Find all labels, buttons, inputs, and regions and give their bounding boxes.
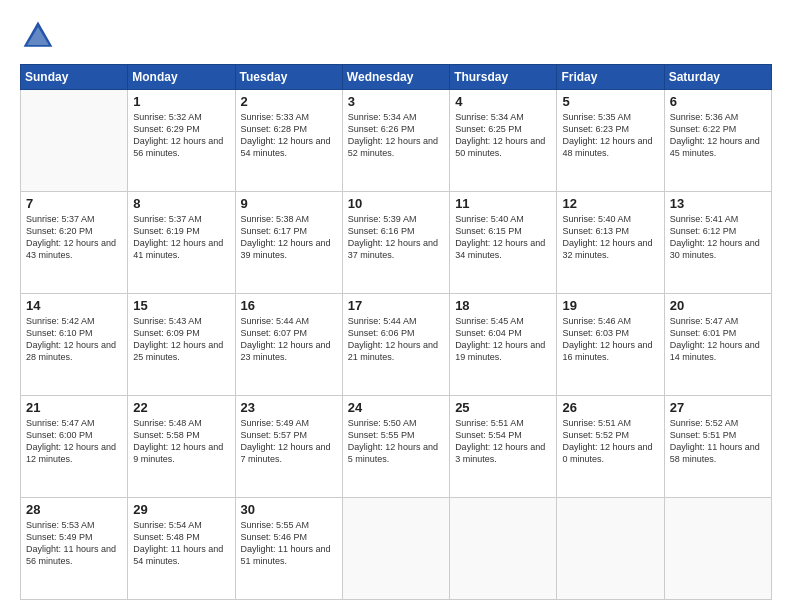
day-info: Sunrise: 5:47 AM Sunset: 6:01 PM Dayligh… [670, 315, 766, 364]
day-number: 18 [455, 298, 551, 313]
day-info: Sunrise: 5:46 AM Sunset: 6:03 PM Dayligh… [562, 315, 658, 364]
day-info: Sunrise: 5:39 AM Sunset: 6:16 PM Dayligh… [348, 213, 444, 262]
calendar-header-friday: Friday [557, 65, 664, 90]
calendar-cell: 5Sunrise: 5:35 AM Sunset: 6:23 PM Daylig… [557, 90, 664, 192]
day-info: Sunrise: 5:37 AM Sunset: 6:19 PM Dayligh… [133, 213, 229, 262]
day-info: Sunrise: 5:37 AM Sunset: 6:20 PM Dayligh… [26, 213, 122, 262]
calendar-cell: 22Sunrise: 5:48 AM Sunset: 5:58 PM Dayli… [128, 396, 235, 498]
calendar-cell: 19Sunrise: 5:46 AM Sunset: 6:03 PM Dayli… [557, 294, 664, 396]
day-info: Sunrise: 5:52 AM Sunset: 5:51 PM Dayligh… [670, 417, 766, 466]
calendar-cell: 3Sunrise: 5:34 AM Sunset: 6:26 PM Daylig… [342, 90, 449, 192]
day-info: Sunrise: 5:49 AM Sunset: 5:57 PM Dayligh… [241, 417, 337, 466]
day-number: 7 [26, 196, 122, 211]
calendar-cell: 26Sunrise: 5:51 AM Sunset: 5:52 PM Dayli… [557, 396, 664, 498]
day-number: 19 [562, 298, 658, 313]
calendar-cell: 29Sunrise: 5:54 AM Sunset: 5:48 PM Dayli… [128, 498, 235, 600]
calendar-header-saturday: Saturday [664, 65, 771, 90]
day-number: 27 [670, 400, 766, 415]
day-number: 28 [26, 502, 122, 517]
calendar-cell [557, 498, 664, 600]
day-info: Sunrise: 5:55 AM Sunset: 5:46 PM Dayligh… [241, 519, 337, 568]
calendar-cell: 25Sunrise: 5:51 AM Sunset: 5:54 PM Dayli… [450, 396, 557, 498]
day-number: 30 [241, 502, 337, 517]
day-number: 9 [241, 196, 337, 211]
calendar-cell [21, 90, 128, 192]
calendar-cell: 30Sunrise: 5:55 AM Sunset: 5:46 PM Dayli… [235, 498, 342, 600]
calendar-week-row: 21Sunrise: 5:47 AM Sunset: 6:00 PM Dayli… [21, 396, 772, 498]
calendar-cell: 21Sunrise: 5:47 AM Sunset: 6:00 PM Dayli… [21, 396, 128, 498]
calendar-cell: 2Sunrise: 5:33 AM Sunset: 6:28 PM Daylig… [235, 90, 342, 192]
day-info: Sunrise: 5:36 AM Sunset: 6:22 PM Dayligh… [670, 111, 766, 160]
calendar-cell: 28Sunrise: 5:53 AM Sunset: 5:49 PM Dayli… [21, 498, 128, 600]
day-number: 3 [348, 94, 444, 109]
day-number: 10 [348, 196, 444, 211]
calendar-week-row: 1Sunrise: 5:32 AM Sunset: 6:29 PM Daylig… [21, 90, 772, 192]
logo [20, 18, 62, 54]
logo-icon [20, 18, 56, 54]
day-number: 22 [133, 400, 229, 415]
day-info: Sunrise: 5:44 AM Sunset: 6:07 PM Dayligh… [241, 315, 337, 364]
calendar-cell: 12Sunrise: 5:40 AM Sunset: 6:13 PM Dayli… [557, 192, 664, 294]
day-number: 29 [133, 502, 229, 517]
day-info: Sunrise: 5:40 AM Sunset: 6:15 PM Dayligh… [455, 213, 551, 262]
day-info: Sunrise: 5:48 AM Sunset: 5:58 PM Dayligh… [133, 417, 229, 466]
day-info: Sunrise: 5:41 AM Sunset: 6:12 PM Dayligh… [670, 213, 766, 262]
day-number: 13 [670, 196, 766, 211]
day-info: Sunrise: 5:50 AM Sunset: 5:55 PM Dayligh… [348, 417, 444, 466]
calendar-header-row: SundayMondayTuesdayWednesdayThursdayFrid… [21, 65, 772, 90]
calendar-cell: 20Sunrise: 5:47 AM Sunset: 6:01 PM Dayli… [664, 294, 771, 396]
calendar-cell: 11Sunrise: 5:40 AM Sunset: 6:15 PM Dayli… [450, 192, 557, 294]
day-info: Sunrise: 5:35 AM Sunset: 6:23 PM Dayligh… [562, 111, 658, 160]
day-info: Sunrise: 5:53 AM Sunset: 5:49 PM Dayligh… [26, 519, 122, 568]
day-number: 4 [455, 94, 551, 109]
day-number: 20 [670, 298, 766, 313]
calendar-cell: 15Sunrise: 5:43 AM Sunset: 6:09 PM Dayli… [128, 294, 235, 396]
day-number: 23 [241, 400, 337, 415]
day-number: 17 [348, 298, 444, 313]
calendar-cell: 7Sunrise: 5:37 AM Sunset: 6:20 PM Daylig… [21, 192, 128, 294]
calendar-header-tuesday: Tuesday [235, 65, 342, 90]
calendar-cell [664, 498, 771, 600]
calendar-week-row: 14Sunrise: 5:42 AM Sunset: 6:10 PM Dayli… [21, 294, 772, 396]
calendar-cell: 14Sunrise: 5:42 AM Sunset: 6:10 PM Dayli… [21, 294, 128, 396]
day-info: Sunrise: 5:43 AM Sunset: 6:09 PM Dayligh… [133, 315, 229, 364]
calendar-cell: 27Sunrise: 5:52 AM Sunset: 5:51 PM Dayli… [664, 396, 771, 498]
calendar-cell: 23Sunrise: 5:49 AM Sunset: 5:57 PM Dayli… [235, 396, 342, 498]
day-number: 14 [26, 298, 122, 313]
calendar-cell: 13Sunrise: 5:41 AM Sunset: 6:12 PM Dayli… [664, 192, 771, 294]
calendar-header-sunday: Sunday [21, 65, 128, 90]
day-number: 8 [133, 196, 229, 211]
calendar-week-row: 7Sunrise: 5:37 AM Sunset: 6:20 PM Daylig… [21, 192, 772, 294]
calendar-header-monday: Monday [128, 65, 235, 90]
day-number: 5 [562, 94, 658, 109]
day-info: Sunrise: 5:47 AM Sunset: 6:00 PM Dayligh… [26, 417, 122, 466]
calendar-cell: 24Sunrise: 5:50 AM Sunset: 5:55 PM Dayli… [342, 396, 449, 498]
header [20, 18, 772, 54]
day-info: Sunrise: 5:45 AM Sunset: 6:04 PM Dayligh… [455, 315, 551, 364]
calendar-week-row: 28Sunrise: 5:53 AM Sunset: 5:49 PM Dayli… [21, 498, 772, 600]
day-number: 6 [670, 94, 766, 109]
day-info: Sunrise: 5:44 AM Sunset: 6:06 PM Dayligh… [348, 315, 444, 364]
day-info: Sunrise: 5:33 AM Sunset: 6:28 PM Dayligh… [241, 111, 337, 160]
calendar-cell: 9Sunrise: 5:38 AM Sunset: 6:17 PM Daylig… [235, 192, 342, 294]
calendar-cell: 10Sunrise: 5:39 AM Sunset: 6:16 PM Dayli… [342, 192, 449, 294]
calendar-cell: 6Sunrise: 5:36 AM Sunset: 6:22 PM Daylig… [664, 90, 771, 192]
day-number: 25 [455, 400, 551, 415]
day-info: Sunrise: 5:51 AM Sunset: 5:54 PM Dayligh… [455, 417, 551, 466]
day-number: 26 [562, 400, 658, 415]
calendar-cell [450, 498, 557, 600]
day-info: Sunrise: 5:54 AM Sunset: 5:48 PM Dayligh… [133, 519, 229, 568]
calendar-header-wednesday: Wednesday [342, 65, 449, 90]
day-info: Sunrise: 5:51 AM Sunset: 5:52 PM Dayligh… [562, 417, 658, 466]
calendar-header-thursday: Thursday [450, 65, 557, 90]
day-info: Sunrise: 5:40 AM Sunset: 6:13 PM Dayligh… [562, 213, 658, 262]
day-number: 21 [26, 400, 122, 415]
day-number: 1 [133, 94, 229, 109]
day-number: 15 [133, 298, 229, 313]
day-info: Sunrise: 5:38 AM Sunset: 6:17 PM Dayligh… [241, 213, 337, 262]
day-number: 2 [241, 94, 337, 109]
calendar-cell: 16Sunrise: 5:44 AM Sunset: 6:07 PM Dayli… [235, 294, 342, 396]
calendar-cell [342, 498, 449, 600]
calendar-cell: 4Sunrise: 5:34 AM Sunset: 6:25 PM Daylig… [450, 90, 557, 192]
day-info: Sunrise: 5:32 AM Sunset: 6:29 PM Dayligh… [133, 111, 229, 160]
